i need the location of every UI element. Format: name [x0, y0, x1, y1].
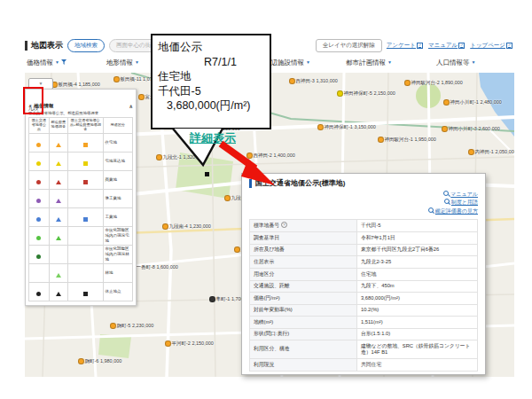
legend-marker-circle-icon [36, 199, 41, 203]
caret-down-icon: ▼ [135, 59, 139, 65]
legend-marker-circle-icon [36, 180, 41, 184]
detail-row-label: 標準地番号? [250, 219, 357, 232]
map-price-label[interactable]: 西神田-3 1,310,000 [289, 78, 338, 84]
legend-column-header: 都道府県地価調査 [49, 118, 67, 134]
legend-row: 市街化調整区域内の現況林地 [29, 245, 133, 263]
search-icon [443, 191, 449, 196]
map-price-label[interactable]: 神田神保町-1 3,150,000 [317, 124, 376, 130]
help-icon[interactable]: ? [281, 222, 287, 228]
detail-row-label: 価格(円/m²) [250, 293, 357, 305]
legend-column-header: 国土交通省地価公示+都道府県地価調査 [67, 118, 103, 134]
price-callout: 地価公示 R7/1/1 住宅地 千代田-5 3,680,000(円/m²) [151, 34, 271, 129]
price-label-text: 神田神保町-5 2,150,000 [344, 90, 395, 97]
top-link-2[interactable]: トップページ↗ [470, 42, 512, 50]
map-price-label[interactable]: 神田駿河台-1 1,950,000 [378, 137, 436, 143]
table-row: 用途区分住宅地 [250, 269, 478, 281]
search-icon [428, 207, 434, 213]
map-price-label[interactable]: 九段南-4 1,230,000 [162, 223, 211, 230]
map-price-label[interactable]: 神田神保町-5 2,150,000 [337, 90, 395, 97]
detail-help-link-0[interactable]: マニュアル [450, 192, 478, 197]
detail-help-link-2[interactable]: 鑑定評価書の見方 [435, 208, 478, 214]
detail-row-label: 対前年変動率(%) [250, 304, 357, 317]
legend-marker-triangle-icon [56, 161, 61, 166]
top-link-1[interactable]: マニュアル↗ [428, 42, 465, 50]
collapse-icon[interactable]: ∧ [129, 103, 133, 109]
map-price-label[interactable]: 神田小川町-1 2,480,000 [443, 99, 502, 106]
price-point-icon [156, 154, 162, 160]
map-price-label[interactable]: 神田小川町-3 2,600,000 [442, 126, 500, 132]
table-row: 形状(間口:奥行)台形(1.5:1.0) [250, 328, 478, 340]
detail-row-value: 10.2(%) [357, 304, 478, 317]
detail-row-value: 千代田-5 [357, 219, 478, 232]
filter-icon[interactable] [61, 59, 66, 65]
external-link-icon: ↗ [506, 43, 512, 49]
annotation-arrow-icon [215, 139, 282, 189]
clear-all-layers-button[interactable]: 全レイヤの選択解除 [316, 39, 382, 52]
price-point-icon [404, 80, 411, 86]
legend-marker-square-icon [83, 217, 88, 222]
detail-row-value: 3,680,000(円/m²) [357, 293, 478, 305]
price-point-icon [113, 76, 120, 82]
price-point-icon [378, 137, 384, 143]
map-price-label[interactable]: 一番町-8 1,600,000 [129, 264, 178, 270]
caret-down-icon: ▼ [472, 59, 476, 65]
legend-row-label: 市街化調整区域内の現況宅地 [103, 226, 132, 245]
legend-marker-triangle-icon [56, 180, 61, 184]
price-label-text: 麹町-6 1,980,000 [85, 358, 122, 364]
tab-map-view[interactable]: 地図表示 [25, 41, 63, 51]
legend-marker-triangle-icon [56, 236, 61, 240]
legend-row: 準工業地 [29, 189, 133, 207]
price-label-text: 神田小川町-3 2,600,000 [449, 126, 500, 132]
legend-row-label: 宅地見込地 [103, 152, 132, 170]
search-icon [444, 199, 450, 204]
map-price-label[interactable]: 飯田橋-4 1,185,000 [51, 82, 100, 88]
map-price-label[interactable]: 神田駿河台-2 1,890,000 [404, 80, 463, 86]
price-label-text: 神田小川町-1 2,480,000 [450, 99, 502, 106]
detail-table: 標準地番号?千代田-5調査基準日令和7年1月1日所在及び地番東京都千代田区九段北… [249, 219, 478, 372]
legend-marker-circle-icon [36, 143, 41, 147]
table-row: 利用区分、構造建物などの敷地、SRC（鉄骨鉄筋コンクリート造）14F B1 [250, 340, 478, 359]
detail-help-links: マニュアル制度と用語鑑定評価書の見方 [249, 191, 478, 215]
layer-menu-4[interactable]: 人口情報等 ▼ [436, 59, 476, 67]
price-point-icon [443, 99, 450, 106]
price-point-icon [78, 358, 84, 364]
price-point-icon [110, 323, 116, 329]
table-row: 地積(m²)1,511(m²) [250, 317, 478, 329]
selected-point-marker[interactable] [205, 172, 209, 176]
detail-row-label: 形状(間口:奥行) [250, 328, 357, 340]
map-price-label[interactable]: 内神田-1 2,050,000 [468, 149, 514, 155]
table-row: 利用現況共同住宅 [250, 359, 478, 372]
legend-column-header: 国土交通省地価公示 [29, 118, 50, 134]
table-row: 交通施設、距離九段下、450m [250, 280, 478, 293]
callout-date: R7/1/1 [158, 55, 264, 70]
callout-use-category: 住宅地 [158, 69, 264, 84]
callout-point-id: 千代田-5 [158, 84, 264, 99]
detail-help-link-1[interactable]: 制度と用語 [451, 200, 478, 205]
legend-row-label: 市街化調整区域内の現況林地 [103, 245, 132, 263]
map-price-label[interactable]: 麹町-5 2,230,000 [110, 323, 153, 329]
legend-marker-triangle-icon [56, 292, 61, 296]
area-search-button[interactable]: 地域検索 [67, 39, 105, 52]
caret-down-icon: ▼ [55, 59, 59, 65]
top-link-0[interactable]: アンケート↗ [387, 42, 423, 50]
price-label-text: 飯田橋-4 1,185,000 [59, 82, 100, 88]
layer-menu-0[interactable]: 価格情報 ▼ [27, 59, 66, 67]
map-price-label[interactable]: 平河町-2 2,150,000 [165, 340, 214, 347]
detail-panel-title: 国土交通省地価公示(標準地) [249, 179, 478, 188]
price-point-icon [317, 124, 324, 130]
legend-row-label: 準工業地 [103, 189, 132, 207]
detail-row-label: 利用区分、構造 [250, 340, 357, 359]
layer-menu-1[interactable]: 地形情報 ▼ [106, 59, 139, 67]
map-price-label[interactable]: 麹町-6 1,980,000 [78, 358, 121, 364]
legend-row: 休止地点 [29, 282, 133, 301]
layer-menu-3[interactable]: 都市計画情報 ▼ [346, 59, 392, 67]
detail-row-value: 台形(1.5:1.0) [357, 328, 478, 340]
detail-row-label: 交通施設、距離 [250, 280, 357, 293]
legend-marker-circle-icon [36, 217, 41, 222]
legend-marker-square-icon [83, 161, 88, 166]
price-point-icon [442, 126, 448, 132]
price-label-text: 神田駿河台-2 1,890,000 [411, 80, 463, 86]
annotation-highlight-box: 九段 [23, 87, 43, 114]
legend-row: 工業地 [29, 207, 133, 226]
legend-row: 商業地 [29, 170, 133, 189]
